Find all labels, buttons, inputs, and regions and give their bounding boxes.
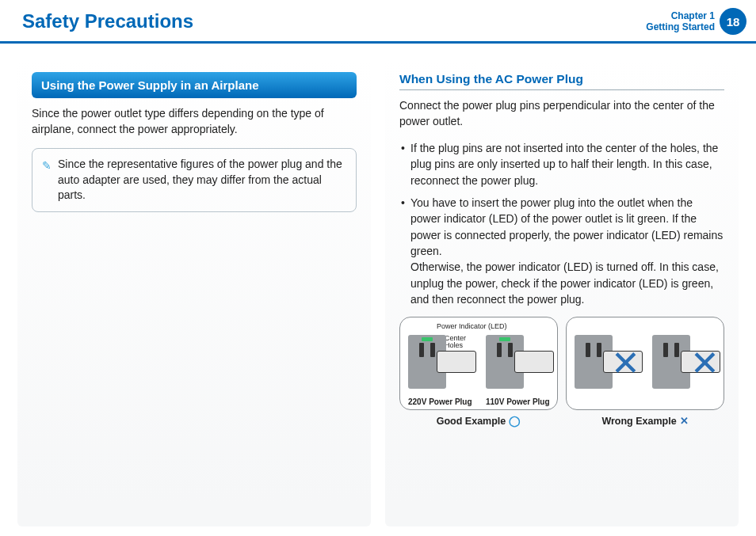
circle-icon: ◯ (509, 415, 521, 427)
wrong-example-panel: ✕ ✕ (566, 317, 724, 410)
led-icon (499, 337, 510, 341)
slot-icon (508, 343, 513, 357)
good-example-panel: Power Indicator (LED) Center Holes 220V … (399, 317, 558, 410)
note-text: Since the representative figures of the … (58, 157, 346, 203)
example-labels-row: Good Example ◯ Wrong Example ✕ (399, 415, 724, 427)
content-columns: Using the Power Supply in an Airplane Si… (0, 44, 756, 526)
note-box: ✎ Since the representative figures of th… (32, 148, 357, 212)
bullet-1: If the plug pins are not inserted into t… (399, 140, 724, 188)
page-header: Safety Precautions Chapter 1 Getting Sta… (0, 0, 756, 44)
plug-icon (437, 351, 476, 373)
good-example-text: Good Example (437, 416, 506, 427)
v110-label: 110V Power Plug (486, 397, 550, 406)
left-column: Using the Power Supply in an Airplane Si… (17, 59, 371, 526)
airplane-power-heading: Using the Power Supply in an Airplane (32, 72, 357, 98)
wrong-example-label: Wrong Example ✕ (566, 415, 724, 427)
chapter-label: Chapter 1 Getting Started (646, 10, 715, 33)
good-example-label: Good Example ◯ (399, 415, 558, 427)
center-holes-label: Center Holes (445, 335, 466, 349)
slot-icon (674, 343, 679, 357)
plug-icon (681, 351, 720, 373)
x-small-icon: ✕ (680, 415, 689, 427)
diagram-row: Power Indicator (LED) Center Holes 220V … (399, 317, 724, 410)
airplane-intro-text: Since the power outlet type differs depe… (32, 106, 357, 137)
chapter-line2: Getting Started (646, 21, 715, 32)
slot-icon (419, 343, 424, 357)
page-number-badge: 18 (720, 8, 746, 35)
note-icon: ✎ (42, 158, 52, 203)
wrong-example-text: Wrong Example (601, 416, 676, 427)
plug-icon (603, 351, 643, 373)
plug-icon (514, 351, 554, 373)
led-icon (422, 337, 433, 341)
slot-icon (430, 343, 435, 357)
ac-plug-subheading: When Using the AC Power Plug (399, 72, 724, 90)
slot-icon (497, 343, 502, 357)
power-indicator-label: Power Indicator (LED) (437, 322, 507, 330)
slot-icon (597, 343, 601, 357)
ac-plug-para: Connect the power plug pins perpendicula… (399, 98, 724, 129)
right-column: When Using the AC Power Plug Connect the… (385, 59, 739, 526)
slot-icon (663, 343, 668, 357)
page-title: Safety Precautions (22, 10, 646, 32)
chapter-line1: Chapter 1 (646, 10, 715, 21)
bullet-2: You have to insert the power plug into t… (399, 195, 724, 307)
slot-icon (586, 343, 590, 357)
v220-label: 220V Power Plug (408, 397, 472, 406)
